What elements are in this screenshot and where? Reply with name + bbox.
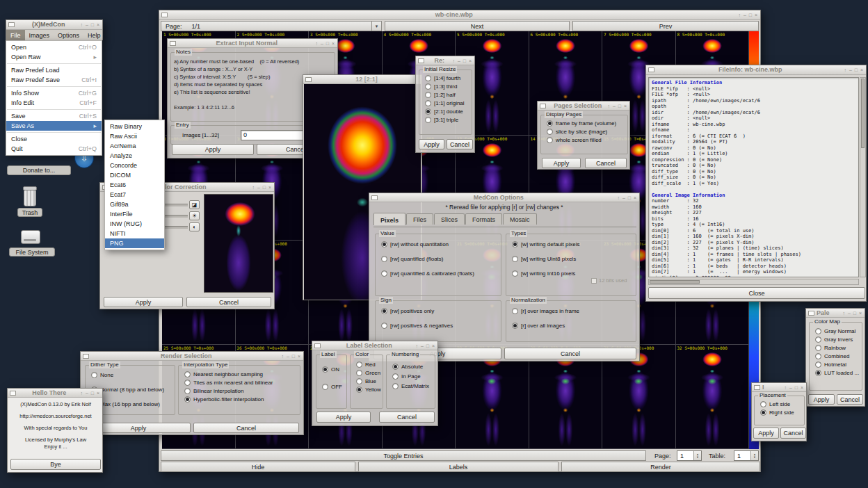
menubar-item-images[interactable]: Images bbox=[25, 30, 54, 40]
window-controls[interactable]: ↑ ‒ □ × bbox=[844, 67, 864, 72]
saveas-item-ecat7[interactable]: Ecat7 bbox=[105, 190, 164, 200]
window-menu-icon[interactable] bbox=[808, 311, 814, 316]
saveas-item-raw-binary[interactable]: Raw Binary bbox=[105, 122, 164, 131]
radio-rw-quantified-calibrated-floats[interactable]: [rw] quantified & calibrated (floats) bbox=[376, 270, 501, 277]
radio-rw-without-quantitation[interactable]: [rw] without quantitation bbox=[376, 241, 501, 247]
radio-hyperbolic-filter-interpolation[interactable]: Hyperbolic-filter interpolation bbox=[179, 396, 300, 402]
pages-titlebar[interactable]: Pages Selection ↑ ‒ □ × bbox=[538, 101, 629, 111]
menu-item-info-show[interactable]: Info ShowCtrl+G bbox=[6, 88, 102, 98]
hello-titlebar[interactable]: Hello There ↑ ‒ □ × bbox=[8, 389, 102, 398]
window-controls[interactable]: ↑ ‒ □ × bbox=[415, 343, 435, 348]
radio-rw-positives-only[interactable]: [rw] positives only bbox=[376, 308, 501, 314]
radio-gray-normal[interactable]: Gray Normal bbox=[810, 328, 862, 334]
next-button[interactable]: Next bbox=[385, 21, 570, 31]
color-correction-cancel-button[interactable]: Cancel bbox=[186, 297, 271, 307]
resize-cancel-button[interactable]: Cancel bbox=[447, 139, 473, 149]
table-spinner[interactable]: 1 ▲▼ bbox=[734, 450, 759, 461]
radio-whole-screen-filled[interactable]: whole screen filled bbox=[541, 137, 627, 143]
window-menu-icon[interactable] bbox=[83, 354, 89, 359]
window-menu-icon[interactable] bbox=[418, 58, 424, 63]
radio-tiles-as-mix-nearest-and-bilinear[interactable]: Tiles as mix nearest and bilinear bbox=[179, 380, 300, 386]
pages-apply-button[interactable]: Apply bbox=[542, 158, 581, 168]
trash-icon[interactable] bbox=[22, 186, 37, 206]
menu-item-info-edit[interactable]: Info EditCtrl+F bbox=[6, 98, 102, 108]
tab-files[interactable]: Files bbox=[406, 213, 433, 225]
palette-titlebar[interactable]: Pale ↑ ‒ □ × bbox=[806, 309, 865, 318]
labels-button[interactable]: Labels bbox=[358, 462, 558, 472]
fileinfo-close-button[interactable]: Close bbox=[648, 287, 865, 299]
resize-apply-button[interactable]: Apply bbox=[419, 139, 444, 149]
radio-r-over-images-in-frame[interactable]: [r] over images in frame bbox=[506, 308, 636, 314]
radio-r-over-all-images[interactable]: [r] over all images bbox=[506, 323, 636, 329]
radio-off[interactable]: OFF bbox=[316, 384, 346, 390]
viewer-titlebar[interactable]: wb-cine.wbp ↑ ‒ □ × bbox=[159, 10, 760, 20]
window-menu-icon[interactable] bbox=[540, 104, 546, 108]
render-cancel-button[interactable]: Cancel bbox=[193, 423, 299, 433]
radio-3-1-triple[interactable]: [3:1] triple bbox=[419, 117, 472, 123]
placement-titlebar[interactable]: I ↑ ‒ □ × bbox=[752, 383, 806, 392]
label-selection-titlebar[interactable]: Label Selection ↑ ‒ □ × bbox=[312, 341, 437, 350]
radio-blue[interactable]: Blue bbox=[351, 378, 383, 384]
bye-button[interactable]: Bye bbox=[10, 459, 101, 470]
radio-nearest-neighbour-sampling[interactable]: Nearest neighbour sampling bbox=[179, 371, 300, 377]
menu-item-open-raw[interactable]: Open Raw▸ bbox=[6, 52, 102, 62]
tab-formats[interactable]: Formats bbox=[465, 213, 502, 225]
saveas-item-gif89a[interactable]: Gif89a bbox=[105, 200, 164, 209]
window-controls[interactable]: ↑ ‒ □ × bbox=[738, 13, 758, 17]
window-controls[interactable]: ↑ ‒ □ × bbox=[784, 385, 804, 390]
radio-rainbow[interactable]: Rainbow bbox=[810, 345, 862, 351]
vertical-scrollbar[interactable] bbox=[860, 77, 866, 277]
radio-on[interactable]: ON bbox=[316, 366, 346, 373]
twelve-bits-checkbox[interactable]: 12 bits used bbox=[591, 277, 627, 284]
contrast-icon[interactable]: ◐ bbox=[189, 222, 200, 231]
gamma-icon[interactable]: ◪ bbox=[189, 200, 200, 209]
horizontal-scrollbar[interactable] bbox=[648, 279, 859, 285]
saveas-item-interfile[interactable]: InterFile bbox=[105, 209, 164, 219]
saveas-item-ecat6[interactable]: Ecat6 bbox=[105, 180, 164, 190]
extract-apply-button[interactable]: Apply bbox=[172, 144, 254, 155]
file-system-icon[interactable] bbox=[21, 230, 40, 244]
window-controls[interactable]: ↑ ‒ □ × bbox=[281, 354, 301, 359]
pages-cancel-button[interactable]: Cancel bbox=[585, 158, 627, 168]
radio-slice-by-slice-image[interactable]: slice by slice (image) bbox=[541, 129, 627, 135]
radio-gray-invers[interactable]: Gray Invers bbox=[810, 336, 862, 343]
saveas-item-concorde[interactable]: Concorde bbox=[105, 161, 164, 170]
medcon-titlebar[interactable]: (X)MedCon ↑ ‒ □ × bbox=[6, 20, 102, 30]
toggle-entries-button[interactable]: Toggle Entries bbox=[161, 450, 646, 461]
prev-button[interactable]: Prev bbox=[572, 21, 759, 31]
radio-in-page[interactable]: In Page bbox=[387, 373, 435, 380]
window-controls[interactable]: ↑ ‒ □ × bbox=[452, 58, 472, 63]
render-button[interactable]: Render bbox=[561, 462, 760, 472]
zoom-window-titlebar[interactable]: 12 [2:1] bbox=[303, 75, 421, 84]
tab-slices[interactable]: Slices bbox=[434, 213, 465, 225]
radio-w-writing-int16-pixels[interactable]: [w] writing Int16 pixels bbox=[506, 270, 636, 277]
radio-left-side[interactable]: Left side bbox=[755, 401, 804, 407]
window-controls[interactable]: ↑ ‒ □ × bbox=[607, 104, 627, 108]
spinner-arrows-icon[interactable]: ▲▼ bbox=[693, 451, 701, 460]
radio-ecat-matrix[interactable]: Ecat/Matrix bbox=[387, 383, 435, 389]
radio-w-writing-default-pixels[interactable]: [w] writing default pixels bbox=[506, 241, 636, 247]
radio-rw-quantified-floats[interactable]: [rw] quantified (floats) bbox=[376, 256, 501, 262]
window-controls[interactable]: ↑ ‒ □ × bbox=[842, 311, 862, 316]
radio-1-2-half[interactable]: [1:2] half bbox=[419, 92, 472, 98]
menu-item-save-as[interactable]: Save As▸ bbox=[6, 121, 102, 131]
page-spinner[interactable]: 1 ▲▼ bbox=[677, 450, 702, 461]
palette-apply-button[interactable]: Apply bbox=[808, 394, 835, 405]
window-menu-icon[interactable] bbox=[161, 13, 168, 17]
window-menu-icon[interactable] bbox=[648, 67, 654, 72]
window-menu-icon[interactable] bbox=[314, 343, 321, 348]
saveas-item-raw-ascii[interactable]: Raw Ascii bbox=[105, 131, 164, 141]
saveas-item-analyze[interactable]: Analyze bbox=[105, 151, 164, 161]
desktop-icon-filesystem[interactable]: File System bbox=[9, 247, 55, 257]
tab-pixels[interactable]: Pixels bbox=[373, 213, 405, 225]
extract-titlebar[interactable]: Extract Input Normal ↑ ‒ □ × bbox=[168, 39, 337, 48]
fileinfo-titlebar[interactable]: FileInfo: wb-cine.wbp ↑ ‒ □ × bbox=[646, 65, 866, 75]
fileinfo-text-area[interactable]: General File InformationFILE *ifp : <nul… bbox=[648, 77, 859, 277]
radio-1-3-third[interactable]: [1:3] third bbox=[419, 83, 472, 90]
label-apply-button[interactable]: Apply bbox=[316, 412, 371, 423]
radio-absolute[interactable]: Absolute bbox=[387, 364, 435, 370]
radio-green[interactable]: Green bbox=[351, 370, 383, 376]
radio-right-side[interactable]: Right side bbox=[755, 409, 804, 416]
desktop-icon-trash[interactable]: Trash bbox=[17, 208, 42, 217]
render-selection-titlebar[interactable]: Render Selection ↑ ‒ □ × bbox=[81, 352, 303, 361]
